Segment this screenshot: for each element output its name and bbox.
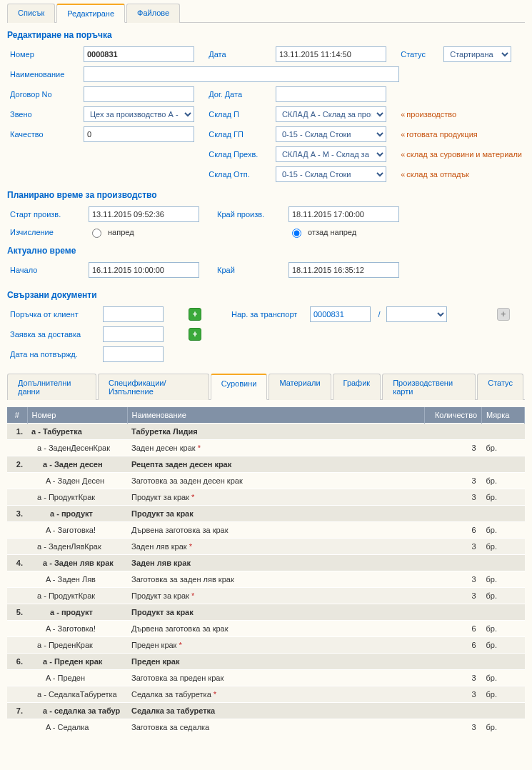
label-end-prod: Край произв. xyxy=(214,204,286,224)
subtab-materials[interactable]: Материали xyxy=(268,374,331,400)
tab-files[interactable]: Файлове xyxy=(126,4,180,23)
col-qty[interactable]: Количество xyxy=(425,407,482,424)
label-actual-end: Край xyxy=(214,260,286,280)
table-row[interactable]: 3.a - продуктПродукт за крак xyxy=(7,506,525,522)
input-name[interactable] xyxy=(84,66,399,82)
add-transport-button[interactable]: + xyxy=(497,308,510,321)
input-actual-start[interactable] xyxy=(89,262,199,278)
table-row[interactable]: 2.a - Заден десенРецепта заден десен кра… xyxy=(7,456,525,473)
table-row[interactable]: A - Заготовка!Дървена заготовка за крак6… xyxy=(7,522,525,539)
subtab-raw[interactable]: Суровини xyxy=(211,374,268,400)
table-row[interactable]: A - Заготовка!Дървена заготовка за крак6… xyxy=(7,621,525,637)
cell-qty xyxy=(425,604,482,621)
col-idx[interactable]: # xyxy=(7,407,27,424)
col-unit[interactable]: Мярка xyxy=(482,407,525,424)
cell-idx xyxy=(7,686,27,703)
select-warehouse-gp[interactable]: 0-15 - Склад Стоки xyxy=(276,126,386,142)
radio-forward[interactable] xyxy=(92,229,101,238)
col-name[interactable]: Наименование xyxy=(127,407,425,424)
table-row[interactable]: 7.a - седалка за табурСедалка за табурет… xyxy=(7,703,525,719)
cell-qty: 3 xyxy=(425,440,482,456)
input-actual-end[interactable] xyxy=(288,262,399,278)
label-start-prod: Старт произв. xyxy=(7,204,86,224)
sub-tabs: Допълнителни данни Спецификации/Изпълнен… xyxy=(7,373,525,400)
cell-name: Заден десен крак * xyxy=(127,440,425,456)
cell-name: Продукт за крак * xyxy=(127,588,425,604)
table-row[interactable]: a - ПродуктКракПродукт за крак *3бр. xyxy=(7,588,525,604)
label-warehouse-otp: Склад Отп. xyxy=(206,164,273,184)
cell-qty: 6 xyxy=(425,637,482,654)
select-status[interactable]: Стартирана xyxy=(443,46,511,62)
input-order-client[interactable] xyxy=(103,306,164,322)
cell-unit: бр. xyxy=(482,588,525,604)
table-row[interactable]: a - ПродуктКракПродукт за крак *3бр. xyxy=(7,489,525,506)
cell-number: A - Преден xyxy=(27,670,127,686)
subtab-prodcards[interactable]: Производствени карти xyxy=(382,374,476,400)
select-warehouse-otp[interactable]: 0-15 - Склад Стоки xyxy=(276,166,386,182)
table-row[interactable]: a - ПреденКракПреден крак *6бр. xyxy=(7,637,525,654)
radio-back-forward[interactable] xyxy=(292,229,301,238)
cell-qty xyxy=(425,555,482,571)
cell-unit xyxy=(482,703,525,719)
cell-idx xyxy=(7,473,27,489)
col-number[interactable]: Номер xyxy=(27,407,127,424)
cell-idx xyxy=(7,588,27,604)
input-confirm-date[interactable] xyxy=(103,346,164,362)
select-unit[interactable]: Цех за производство А - Мебел xyxy=(84,106,194,122)
cell-unit xyxy=(482,456,525,473)
input-end-prod[interactable] xyxy=(288,206,399,222)
input-date[interactable] xyxy=(276,46,386,62)
cell-name: Заготовка за заден ляв крак xyxy=(127,571,425,588)
table-row[interactable]: A - Заден ЛявЗаготовка за заден ляв крак… xyxy=(7,571,525,588)
input-start-prod[interactable] xyxy=(89,206,199,222)
input-contract-date[interactable] xyxy=(276,86,386,102)
cell-unit: бр. xyxy=(482,571,525,588)
add-order-client-button[interactable]: + xyxy=(189,308,201,321)
cell-idx xyxy=(7,719,27,736)
label-transport-order: Нар. за транспорт xyxy=(229,304,307,324)
table-row[interactable]: 6.a - Преден кракПреден крак xyxy=(7,654,525,670)
cell-number: a - СедалкаТабуретка xyxy=(27,686,127,703)
cell-name: Заден ляв крак * xyxy=(127,539,425,555)
tab-edit[interactable]: Редактиране xyxy=(56,4,125,23)
cell-name: Продукт за крак * xyxy=(127,489,425,506)
subtab-schedule[interactable]: График xyxy=(333,374,381,400)
select-warehouse-prehv[interactable]: СКЛАД А - М - Склад за матери xyxy=(276,146,386,162)
subtab-specs[interactable]: Спецификации/Изпълнение xyxy=(98,374,209,400)
table-row[interactable]: 5.a - продуктПродукт за крак xyxy=(7,604,525,621)
cell-qty: 3 xyxy=(425,670,482,686)
table-row[interactable]: a - ЗаденДесенКракЗаден десен крак *3бр. xyxy=(7,440,525,456)
data-table: # Номер Наименование Количество Мярка 1.… xyxy=(7,407,525,735)
cell-number: a - ЗаденДесенКрак xyxy=(27,440,127,456)
input-delivery-req[interactable] xyxy=(103,326,164,342)
cell-qty xyxy=(425,703,482,719)
tab-list[interactable]: Списък xyxy=(7,4,55,23)
cell-idx xyxy=(7,571,27,588)
cell-number: a - Заден ляв крак xyxy=(27,555,127,571)
cell-qty: 3 xyxy=(425,588,482,604)
table-row[interactable]: a - ЗаденЛявКракЗаден ляв крак *3бр. xyxy=(7,539,525,555)
subtab-status[interactable]: Статус xyxy=(477,374,523,400)
table-row[interactable]: 1.a - ТабуреткаТабуретка Лидия xyxy=(7,424,525,440)
input-quality[interactable] xyxy=(84,126,194,142)
input-contract[interactable] xyxy=(84,86,194,102)
select-transport-extra[interactable] xyxy=(386,306,447,322)
subtab-extra[interactable]: Допълнителни данни xyxy=(7,374,96,400)
label-contract-date: Дог. Дата xyxy=(206,84,273,104)
cell-name: Заготовка за заден десен крак xyxy=(127,473,425,489)
cell-number: a - Преден крак xyxy=(27,654,127,670)
table-row[interactable]: 4.a - Заден ляв кракЗаден ляв крак xyxy=(7,555,525,571)
table-row[interactable]: A - ПреденЗаготовка за преден крак3бр. xyxy=(7,670,525,686)
cell-qty xyxy=(425,654,482,670)
select-warehouse-p[interactable]: СКЛАД А - Склад за производс xyxy=(276,106,386,122)
add-delivery-req-button[interactable]: + xyxy=(189,328,201,341)
input-transport-number[interactable] xyxy=(310,306,371,322)
label-name: Наименование xyxy=(7,64,81,84)
cell-unit xyxy=(482,555,525,571)
table-row[interactable]: a - СедалкаТабуреткаСедалка за табуретка… xyxy=(7,686,525,703)
input-number[interactable] xyxy=(84,46,194,62)
table-row[interactable]: A - Заден ДесенЗаготовка за заден десен … xyxy=(7,473,525,489)
table-row[interactable]: A - СедалкаЗаготовка за седалка3бр. xyxy=(7,719,525,736)
label-actual-start: Начало xyxy=(7,260,86,280)
cell-name: Заден ляв крак xyxy=(127,555,425,571)
